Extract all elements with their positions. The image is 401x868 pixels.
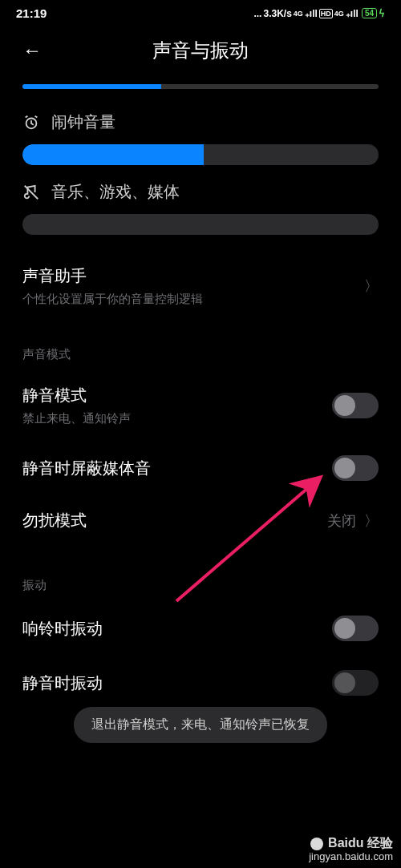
- back-icon[interactable]: ←: [22, 39, 42, 62]
- battery-icon: 54: [362, 8, 377, 18]
- slider-fill: [22, 84, 161, 89]
- status-right: ... 3.3K/s 4G ₊ıll HD 4G ₊ıll 54 ϟ: [253, 8, 385, 19]
- item-title: 静音时振动: [22, 672, 332, 694]
- silent-mode-item[interactable]: 静音模式 禁止来电、通知铃声: [0, 370, 401, 441]
- media-volume-row: 音乐、游戏、媒体: [0, 181, 401, 235]
- toggle-knob: [334, 458, 355, 478]
- vibrate-ring-toggle[interactable]: [332, 616, 379, 641]
- chevron-right-icon: 〉: [364, 511, 379, 531]
- group-vibration: 振动: [0, 546, 401, 601]
- item-title: 静音模式: [22, 385, 332, 406]
- mute-media-toggle[interactable]: [332, 455, 379, 481]
- page-title: 声音与振动: [16, 38, 385, 63]
- signal-icon: ₊ıll: [305, 8, 318, 19]
- vibrate-silent-toggle[interactable]: [332, 670, 379, 696]
- status-bar: 21:19 ... 3.3K/s 4G ₊ıll HD 4G ₊ıll 54 ϟ: [0, 0, 401, 23]
- music-mute-icon: [22, 184, 40, 201]
- item-title: 静音时屏蔽媒体音: [22, 458, 332, 479]
- media-slider[interactable]: [22, 214, 379, 235]
- svg-line-1: [25, 185, 38, 199]
- vibrate-on-ring-item[interactable]: 响铃时振动: [0, 601, 401, 656]
- vibrate-on-silent-item[interactable]: 静音时振动: [0, 656, 401, 710]
- chevron-right-icon: 〉: [364, 277, 379, 296]
- item-title: 声音助手: [22, 265, 356, 287]
- item-title: 响铃时振动: [22, 618, 332, 640]
- item-subtitle: 个性化设置属于你的音量控制逻辑: [22, 292, 356, 307]
- alarm-slider[interactable]: [22, 144, 379, 165]
- toggle-knob: [334, 395, 355, 416]
- mute-media-item[interactable]: 静音时屏蔽媒体音: [0, 441, 401, 495]
- dnd-value: 关闭: [327, 511, 356, 531]
- group-sound-mode: 声音模式: [0, 321, 401, 370]
- watermark-url: jingyan.baidu.com: [309, 850, 393, 863]
- toggle-knob: [334, 618, 355, 639]
- status-time: 21:19: [16, 6, 47, 20]
- slider-fill: [22, 144, 204, 165]
- signal-icon: ₊ıll: [346, 8, 358, 19]
- dnd-item[interactable]: 勿扰模式 关闭 〉: [0, 495, 401, 546]
- alarm-icon: [22, 114, 40, 131]
- alarm-volume-row: 闹钟音量: [0, 111, 401, 165]
- watermark: Baidu 经验 jingyan.baidu.com: [309, 835, 393, 863]
- charging-icon: ϟ: [379, 8, 385, 19]
- sound-assistant-item[interactable]: 声音助手 个性化设置属于你的音量控制逻辑 〉: [0, 251, 401, 321]
- silent-mode-toggle[interactable]: [332, 393, 379, 418]
- item-subtitle: 禁止来电、通知铃声: [22, 411, 332, 426]
- toast-message: 退出静音模式，来电、通知铃声已恢复: [74, 707, 327, 743]
- media-label: 音乐、游戏、媒体: [51, 181, 180, 203]
- volume-slider-partial[interactable]: [22, 84, 379, 89]
- watermark-logo: Baidu 经验: [309, 835, 393, 850]
- alarm-label: 闹钟音量: [51, 111, 115, 133]
- toggle-knob: [334, 672, 355, 693]
- page-header: ← 声音与振动: [0, 23, 401, 73]
- item-title: 勿扰模式: [22, 510, 327, 531]
